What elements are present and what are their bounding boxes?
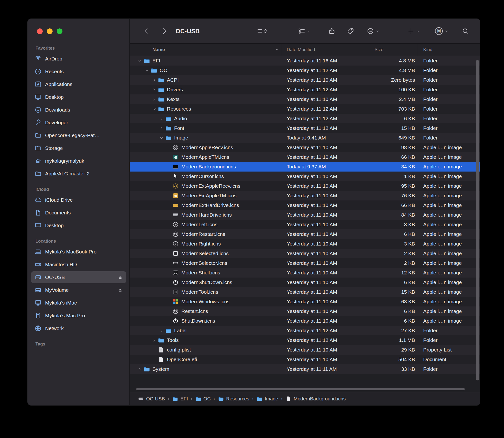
sidebar-item-desktop[interactable]: Desktop	[31, 219, 126, 231]
table-row[interactable]: EFIYesterday at 11:16 AM4.8 MBFolder	[130, 56, 480, 66]
file-size: 95 KB	[371, 183, 418, 189]
table-row[interactable]: ModernAppleRecv.icnsYesterday at 11:10 A…	[130, 143, 480, 152]
table-row[interactable]: ModernExtAppleRecv.icnsYesterday at 11:1…	[130, 181, 480, 191]
sidebar-item-icloud-drive[interactable]: iCloud Drive	[31, 194, 126, 206]
table-row[interactable]: ToolsYesterday at 11:12 AM1.1 MBFolder	[130, 335, 480, 345]
table-row[interactable]: ModernExtHardDrive.icnsYesterday at 11:1…	[130, 200, 480, 210]
disclosure-collapsed-icon[interactable]	[158, 116, 164, 121]
sidebar-item-network[interactable]: Network	[31, 322, 126, 334]
sidebar-item-opencore-legacy-pat[interactable]: Opencore-Legacy-Pat…	[31, 129, 126, 142]
disclosure-expanded-icon[interactable]	[144, 68, 150, 73]
account-button[interactable]: M	[435, 27, 448, 35]
table-row[interactable]: DriversYesterday at 11:12 AM100 KBFolder	[130, 85, 480, 94]
minimize-button[interactable]	[47, 28, 53, 34]
disclosure-collapsed-icon[interactable]	[151, 338, 157, 342]
table-row[interactable]: FontYesterday at 11:12 AM15 KBFolder	[130, 123, 480, 133]
table-row[interactable]: ModernTool.icnsYesterday at 11:10 AM15 K…	[130, 287, 480, 297]
table-row[interactable]: config.plistYesterday at 11:10 AM29 KBPr…	[130, 345, 480, 355]
path-item-oc[interactable]: OC	[195, 396, 211, 402]
sidebar-item-mykola-s-imac[interactable]: Mykola’s iMac	[31, 297, 126, 309]
view-style-control[interactable]	[256, 27, 268, 35]
table-row[interactable]: ModernRight.icnsYesterday at 11:10 AM3 K…	[130, 239, 480, 249]
table-row[interactable]: ACPIYesterday at 11:10 AMZero bytesFolde…	[130, 75, 480, 85]
file-size: 98 KB	[371, 144, 418, 150]
disclosure-collapsed-icon[interactable]	[137, 367, 143, 371]
table-row[interactable]: OCYesterday at 11:12 AM4.8 MBFolder	[130, 66, 480, 75]
sidebar-item-desktop[interactable]: Desktop	[31, 91, 126, 103]
disclosure-collapsed-icon[interactable]	[151, 78, 157, 82]
forward-button[interactable]	[160, 27, 168, 35]
new-item-button[interactable]	[407, 27, 420, 35]
table-row[interactable]: Restart.icnsYesterday at 11:10 AM6 KBApp…	[130, 307, 480, 316]
sidebar-item-mykola-s-macbook-pro[interactable]: Mykola’s MacBook Pro	[31, 246, 126, 258]
sidebar-item-recents[interactable]: Recents	[31, 66, 126, 77]
table-row[interactable]: ModernWindows.icnsYesterday at 11:10 AM6…	[130, 297, 480, 307]
close-button[interactable]	[37, 28, 43, 34]
table-row[interactable]: ModernShutDown.icnsYesterday at 11:10 AM…	[130, 278, 480, 287]
table-row[interactable]: ResourcesYesterday at 11:12 AM703 KBFold…	[130, 104, 480, 114]
path-item-modernbackground-icns[interactable]: ModernBackground.icns	[286, 396, 346, 402]
sidebar-item-macintosh-hd[interactable]: Macintosh HD	[31, 259, 126, 271]
disclosure-expanded-icon[interactable]	[151, 107, 157, 111]
sidebar-item-mykola-s-mac-pro[interactable]: Mykola’s Mac Pro	[31, 310, 126, 322]
table-row[interactable]: ModernExtAppleTM.icnsYesterday at 11:10 …	[130, 191, 480, 200]
sidebar-item-documents[interactable]: Documents	[31, 207, 126, 219]
column-header-kind[interactable]: Kind	[418, 44, 480, 56]
sidebar-item-applealc-master-2[interactable]: AppleALC-master-2	[31, 168, 126, 180]
table-row[interactable]: ModernRestart.icnsYesterday at 11:10 AM6…	[130, 229, 480, 239]
table-row[interactable]: ModernBackground.icnsToday at 9:37 AM34 …	[130, 162, 480, 172]
table-row[interactable]: ModernLeft.icnsYesterday at 11:10 AM3 KB…	[130, 220, 480, 229]
sidebar-item-developer[interactable]: Developer	[31, 117, 126, 129]
table-row[interactable]: ImageToday at 9:41 AM649 KBFolder	[130, 133, 480, 143]
sidebar-item-mykolagrymalyuk[interactable]: mykolagrymalyuk	[31, 155, 126, 167]
table-row[interactable]: SystemYesterday at 11:11 AM33 KBFolder	[130, 364, 480, 374]
path-item-oc-usb[interactable]: OC-USB	[138, 396, 165, 402]
path-item-image[interactable]: Image	[257, 396, 278, 402]
sidebar-item-airdrop[interactable]: AirDrop	[31, 53, 126, 65]
table-row[interactable]: ModernSelected.icnsYesterday at 11:10 AM…	[130, 249, 480, 258]
sidebar-item-storage[interactable]: Storage	[31, 142, 126, 154]
name-cell: Drivers	[130, 86, 282, 93]
table-row[interactable]: ModernSelector.icnsYesterday at 11:10 AM…	[130, 258, 480, 268]
table-row[interactable]: OpenCore.efiYesterday at 11:10 AM504 KBD…	[130, 355, 480, 364]
sidebar-item-applications[interactable]: Applications	[31, 78, 126, 90]
table-row[interactable]: LabelYesterday at 11:12 AM27 KBFolder	[130, 326, 480, 335]
table-row[interactable]: ModernHardDrive.icnsYesterday at 11:10 A…	[130, 210, 480, 220]
column-header-date-modified[interactable]: Date Modified	[282, 44, 371, 56]
table-row[interactable]: AudioYesterday at 11:12 AM6 KBFolder	[130, 114, 480, 123]
horizontal-scrollbar-thumb[interactable]	[136, 388, 465, 390]
disclosure-collapsed-icon[interactable]	[158, 126, 164, 130]
disclosure-expanded-icon[interactable]	[158, 136, 164, 140]
group-by-button[interactable]	[298, 27, 311, 35]
disclosure-collapsed-icon[interactable]	[158, 328, 164, 333]
sidebar-item-myvolume[interactable]: MyVolume	[31, 284, 126, 296]
back-button[interactable]	[142, 27, 150, 35]
sidebar-item-oc-usb[interactable]: OC-USB	[31, 271, 126, 283]
path-item-resources[interactable]: Resources	[218, 396, 249, 402]
more-actions-button[interactable]	[367, 27, 379, 35]
date-modified: Yesterday at 11:10 AM	[282, 289, 371, 295]
disclosure-expanded-icon[interactable]	[137, 59, 143, 63]
sidebar-item-downloads[interactable]: Downloads	[31, 104, 126, 116]
eject-icon[interactable]	[117, 287, 123, 293]
disclosure-collapsed-icon[interactable]	[151, 97, 157, 101]
file-size: 4.8 MB	[371, 67, 418, 73]
column-header-size[interactable]: Size	[371, 44, 418, 56]
file-name: ModernWindows.icns	[181, 299, 229, 305]
table-row[interactable]: ShutDown.icnsYesterday at 11:10 AM6 KBAp…	[130, 316, 480, 326]
tag-button[interactable]	[347, 27, 354, 35]
table-row[interactable]: ModernShell.icnsYesterday at 11:10 AM12 …	[130, 268, 480, 278]
column-header-name[interactable]: Name	[130, 44, 282, 56]
share-button[interactable]	[328, 27, 335, 35]
search-button[interactable]	[462, 27, 469, 35]
disclosure-spacer	[165, 184, 172, 188]
zoom-button[interactable]	[57, 28, 62, 34]
eject-icon[interactable]	[117, 275, 123, 280]
folder-icon	[257, 396, 262, 402]
table-row[interactable]: ModernCursor.icnsYesterday at 11:10 AM1 …	[130, 172, 480, 181]
disclosure-collapsed-icon[interactable]	[151, 88, 157, 92]
table-row[interactable]: ModernAppleTM.icnsYesterday at 11:10 AM6…	[130, 152, 480, 162]
table-row[interactable]: KextsYesterday at 11:10 AM2.4 MBFolder	[130, 94, 480, 104]
vertical-scrollbar-thumb[interactable]	[476, 60, 479, 380]
path-item-efi[interactable]: EFI	[172, 396, 188, 402]
